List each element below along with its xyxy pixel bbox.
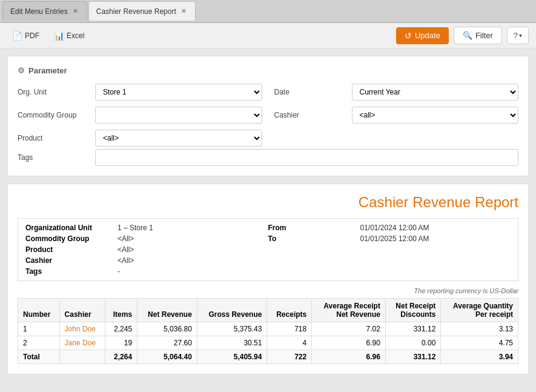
commodity-group-select[interactable] bbox=[95, 107, 262, 124]
col-avg-qty: Average QuantityPer receipt bbox=[441, 299, 518, 322]
total-label: Total bbox=[18, 350, 60, 364]
help-label: ? bbox=[514, 31, 518, 40]
meta-right-1: From 01/01/2024 12:00 AM bbox=[268, 224, 511, 232]
cell-number: 2 bbox=[18, 336, 60, 350]
total-gross-revenue: 5,405.94 bbox=[197, 350, 267, 364]
tags-label: Tags bbox=[18, 153, 90, 162]
meta-right-2: To 01/01/2025 12:00 AM bbox=[268, 234, 511, 243]
total-row: Total 2,264 5,064.40 5,405.94 722 6.96 3… bbox=[18, 350, 518, 364]
update-button[interactable]: ↺ Update bbox=[396, 27, 449, 44]
tab-cashier-report[interactable]: Cashier Revenue Report ✕ bbox=[88, 1, 196, 21]
meta-from-val: 01/01/2024 12:00 AM bbox=[360, 224, 429, 232]
meta-left-2: Commodity Group <All> bbox=[25, 234, 268, 243]
product-select[interactable]: <all> bbox=[95, 130, 262, 147]
col-avg-receipt-net: Average ReceiptNet Revenue bbox=[312, 299, 386, 322]
cell-avg-receipt-net: 6.90 bbox=[312, 336, 386, 350]
param-cashier-row: Cashier <all> bbox=[274, 107, 519, 124]
excel-icon: 📊 bbox=[54, 31, 64, 41]
cell-net-receipt-discounts: 331.12 bbox=[385, 322, 440, 336]
pdf-label: PDF bbox=[25, 32, 39, 40]
meta-comm-group-key: Commodity Group bbox=[25, 234, 110, 243]
meta-to-key: To bbox=[268, 234, 353, 243]
filter-icon: 🔍 bbox=[463, 31, 472, 40]
cell-net-revenue: 5,036.80 bbox=[137, 322, 197, 336]
cell-items: 2,245 bbox=[105, 322, 137, 336]
meta-cashier-val: <All> bbox=[117, 256, 134, 265]
param-product-row: Product <all> bbox=[18, 130, 262, 147]
col-net-receipt-discounts: Net ReceiptDiscounts bbox=[385, 299, 440, 322]
tags-input[interactable] bbox=[95, 149, 518, 166]
excel-label: Excel bbox=[67, 32, 84, 40]
meta-org-unit-val: 1 – Store 1 bbox=[117, 224, 153, 232]
report-meta: Organizational Unit 1 – Store 1 From 01/… bbox=[18, 218, 518, 281]
meta-left-5: Tags - bbox=[25, 267, 268, 276]
cell-avg-receipt-net: 7.02 bbox=[312, 322, 386, 336]
filter-button[interactable]: 🔍 Filter bbox=[454, 27, 502, 44]
cell-receipts: 718 bbox=[267, 322, 312, 336]
col-receipts: Receipts bbox=[267, 299, 312, 322]
param-grid: Org. Unit Store 1 Store 2 Date Current Y… bbox=[18, 84, 518, 147]
meta-tags-key: Tags bbox=[25, 267, 110, 276]
cell-items: 19 bbox=[105, 336, 137, 350]
date-select[interactable]: Current Year Last Year Custom bbox=[352, 84, 519, 101]
excel-button[interactable]: 📊 Excel bbox=[49, 28, 89, 43]
col-net-revenue: Net Revenue bbox=[137, 299, 197, 322]
col-cashier: Cashier bbox=[59, 299, 105, 322]
cell-number: 1 bbox=[18, 322, 60, 336]
param-date-row: Date Current Year Last Year Custom bbox=[274, 84, 519, 101]
total-net-receipt-discounts: 331.12 bbox=[385, 350, 440, 364]
col-number: Number bbox=[18, 299, 60, 322]
meta-left-3: Product <All> bbox=[25, 245, 268, 254]
meta-left-1: Organizational Unit 1 – Store 1 bbox=[25, 224, 268, 232]
pdf-button[interactable]: 📄 PDF bbox=[7, 28, 44, 43]
meta-cashier-key: Cashier bbox=[25, 256, 110, 265]
meta-org-unit-key: Organizational Unit bbox=[25, 224, 110, 232]
table-header-row: Number Cashier Items Net Revenue Gross R… bbox=[18, 299, 518, 322]
filter-label: Filter bbox=[475, 31, 493, 40]
cell-gross-revenue: 30.51 bbox=[197, 336, 267, 350]
tab-cashier-report-close[interactable]: ✕ bbox=[180, 7, 188, 15]
cashier-select[interactable]: <all> bbox=[352, 107, 519, 124]
total-avg-qty: 3.94 bbox=[441, 350, 518, 364]
org-unit-select[interactable]: Store 1 Store 2 bbox=[95, 84, 262, 101]
total-cashier bbox=[59, 350, 105, 364]
meta-grid: Organizational Unit 1 – Store 1 From 01/… bbox=[25, 224, 511, 276]
cell-cashier[interactable]: Jane Doe bbox=[59, 336, 105, 350]
meta-tags-val: - bbox=[117, 267, 120, 276]
cashier-label: Cashier bbox=[274, 111, 347, 119]
currency-note: The reporting currency is US-Dollar bbox=[18, 287, 518, 294]
table-row: 1 John Doe 2,245 5,036.80 5,375.43 718 7… bbox=[18, 322, 518, 336]
tabs-bar: Edit Menu Entries ✕ Cashier Revenue Repo… bbox=[0, 0, 536, 23]
meta-comm-group-val: <All> bbox=[117, 234, 134, 243]
cell-avg-qty: 3.13 bbox=[441, 322, 518, 336]
total-avg-receipt-net: 6.96 bbox=[312, 350, 386, 364]
cell-net-revenue: 27.60 bbox=[137, 336, 197, 350]
date-label: Date bbox=[274, 88, 347, 96]
cell-cashier[interactable]: John Doe bbox=[59, 322, 105, 336]
param-commodity-row: Commodity Group bbox=[18, 107, 262, 124]
meta-product-key: Product bbox=[25, 245, 110, 254]
total-receipts: 722 bbox=[267, 350, 312, 364]
meta-from-key: From bbox=[268, 224, 353, 232]
help-button[interactable]: ? ▾ bbox=[507, 27, 529, 44]
report-title: Cashier Revenue Report bbox=[18, 194, 518, 211]
help-chevron-icon: ▾ bbox=[519, 32, 522, 39]
commodity-group-label: Commodity Group bbox=[18, 111, 90, 119]
org-unit-label: Org. Unit bbox=[18, 88, 90, 96]
tab-edit-menu[interactable]: Edit Menu Entries ✕ bbox=[2, 1, 87, 21]
update-icon: ↺ bbox=[405, 31, 412, 41]
parameter-panel: ⚙ Parameter Org. Unit Store 1 Store 2 Da… bbox=[7, 56, 529, 176]
report-panel: Cashier Revenue Report Organizational Un… bbox=[7, 184, 529, 374]
param-org-unit-row: Org. Unit Store 1 Store 2 bbox=[18, 84, 262, 101]
cell-receipts: 4 bbox=[267, 336, 312, 350]
product-label: Product bbox=[18, 134, 90, 142]
meta-left-4: Cashier <All> bbox=[25, 256, 268, 265]
sliders-icon: ⚙ bbox=[18, 66, 25, 75]
total-items: 2,264 bbox=[105, 350, 137, 364]
table-row: 2 Jane Doe 19 27.60 30.51 4 6.90 0.00 4.… bbox=[18, 336, 518, 350]
data-table: Number Cashier Items Net Revenue Gross R… bbox=[18, 298, 518, 364]
cell-gross-revenue: 5,375.43 bbox=[197, 322, 267, 336]
param-tags-row: Tags bbox=[18, 149, 518, 166]
cell-net-receipt-discounts: 0.00 bbox=[385, 336, 440, 350]
tab-edit-menu-close[interactable]: ✕ bbox=[71, 7, 79, 15]
